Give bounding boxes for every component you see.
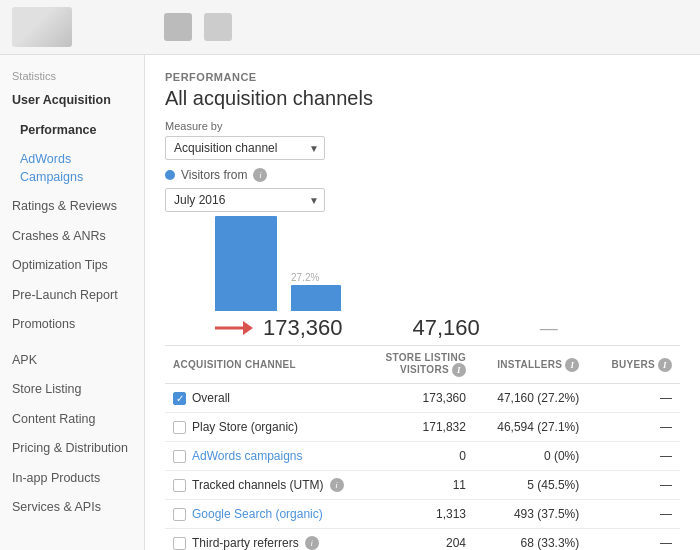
measure-select-wrapper[interactable]: Acquisition channel Country Language ▼ xyxy=(165,136,325,160)
sidebar-item-optimization[interactable]: Optimization Tips xyxy=(0,251,144,281)
measure-by-label: Measure by xyxy=(165,120,680,132)
performance-label: Performance xyxy=(20,122,96,140)
sidebar-item-promotions[interactable]: Promotions xyxy=(0,310,144,340)
header-icon-2 xyxy=(204,13,232,41)
chart-bar-2 xyxy=(291,285,341,311)
installers-cell: 46,594 (27.1%) xyxy=(474,413,587,442)
metric-val-1: 173,360 xyxy=(263,315,343,341)
sidebar: Statistics User Acquisition Performance … xyxy=(0,55,145,550)
visitors-cell: 11 xyxy=(361,471,474,500)
row-checkbox[interactable] xyxy=(173,537,186,550)
channel-info-icon: i xyxy=(305,536,319,550)
chart-bar-1 xyxy=(215,216,277,311)
col-header-buyers: BUYERS i xyxy=(587,346,680,384)
visitors-cell: 1,313 xyxy=(361,500,474,529)
col-installers-info: i xyxy=(565,358,579,372)
buyers-cell: — xyxy=(587,529,680,551)
measure-select[interactable]: Acquisition channel Country Language xyxy=(165,136,325,160)
date-select[interactable]: July 2016 June 2016 May 2016 xyxy=(165,188,325,212)
channel-name: Play Store (organic) xyxy=(192,420,298,434)
row-checkbox[interactable] xyxy=(173,421,186,434)
row-checkbox[interactable] xyxy=(173,508,186,521)
table-row: Tracked channels (UTM)i115 (45.5%)— xyxy=(165,471,680,500)
data-table: ACQUISITION CHANNEL STORE LISTINGVISITOR… xyxy=(165,345,680,550)
channel-link[interactable]: Google Search (organic) xyxy=(192,507,323,521)
col-visitors-info: i xyxy=(452,363,466,377)
main-content: Statistics User Acquisition Performance … xyxy=(0,55,700,550)
sidebar-item-pricing[interactable]: Pricing & Distribution xyxy=(0,434,144,464)
channel-name: Third-party referrers xyxy=(192,536,299,550)
installers-cell: 47,160 (27.2%) xyxy=(474,384,587,413)
svg-marker-1 xyxy=(243,321,253,335)
installers-cell: 5 (45.5%) xyxy=(474,471,587,500)
page-title: All acquisition channels xyxy=(165,87,680,110)
col-header-installers: INSTALLERS i xyxy=(474,346,587,384)
channel-cell: Tracked channels (UTM)i xyxy=(165,471,361,499)
sidebar-item-prelaunch[interactable]: Pre-Launch Report xyxy=(0,281,144,311)
installers-cell: 493 (37.5%) xyxy=(474,500,587,529)
sidebar-item-ratings[interactable]: Ratings & Reviews xyxy=(0,192,144,222)
table-row: AdWords campaigns00 (0%)— xyxy=(165,442,680,471)
section-title: PERFORMANCE xyxy=(165,71,680,83)
buyers-cell: — xyxy=(587,500,680,529)
sidebar-item-statistics: Statistics xyxy=(0,63,144,86)
visitors-cell: 204 xyxy=(361,529,474,551)
visitors-dot xyxy=(165,170,175,180)
visitors-label: Visitors from xyxy=(181,168,247,182)
channel-cell: Third-party referrersi xyxy=(165,529,361,550)
table-row: Third-party referrersi20468 (33.3%)— xyxy=(165,529,680,551)
channel-cell: AdWords campaigns xyxy=(165,442,361,470)
visitors-cell: 171,832 xyxy=(361,413,474,442)
installers-cell: 0 (0%) xyxy=(474,442,587,471)
metric-val-3: — xyxy=(540,318,558,339)
sidebar-item-crashes[interactable]: Crashes & ANRs xyxy=(0,222,144,252)
buyers-cell: — xyxy=(587,384,680,413)
red-arrow-icon xyxy=(215,317,253,339)
metric-val-2: 47,160 xyxy=(413,315,480,341)
sidebar-item-inapp[interactable]: In-app Products xyxy=(0,464,144,494)
row-checkbox[interactable] xyxy=(173,479,186,492)
top-header xyxy=(0,0,700,55)
buyers-cell: — xyxy=(587,442,680,471)
sidebar-item-store-listing[interactable]: Store Listing xyxy=(0,375,144,405)
channel-name: Tracked channels (UTM) xyxy=(192,478,324,492)
table-row: Google Search (organic)1,313493 (37.5%)— xyxy=(165,500,680,529)
sidebar-item-performance[interactable]: Performance xyxy=(0,116,144,146)
col-header-visitors: STORE LISTINGVISITORS i xyxy=(361,346,474,384)
table-row: ✓Overall173,36047,160 (27.2%)— xyxy=(165,384,680,413)
sidebar-item-adwords[interactable]: AdWords Campaigns xyxy=(0,145,144,192)
sidebar-item-services[interactable]: Services & APIs xyxy=(0,493,144,523)
logo xyxy=(12,7,72,47)
visitors-cell: 173,360 xyxy=(361,384,474,413)
channel-cell: Play Store (organic) xyxy=(165,413,361,441)
header-icon-1 xyxy=(164,13,192,41)
buyers-cell: — xyxy=(587,471,680,500)
row-checkbox[interactable]: ✓ xyxy=(173,392,186,405)
col-header-channel: ACQUISITION CHANNEL xyxy=(165,346,361,384)
channel-cell: ✓Overall xyxy=(165,384,361,412)
sidebar-item-user-acquisition[interactable]: User Acquisition xyxy=(0,86,144,116)
row-checkbox[interactable] xyxy=(173,450,186,463)
col-buyers-info: i xyxy=(658,358,672,372)
date-select-wrapper[interactable]: July 2016 June 2016 May 2016 ▼ xyxy=(165,188,325,212)
main-panel: PERFORMANCE All acquisition channels Mea… xyxy=(145,55,700,550)
visitors-info-icon: i xyxy=(253,168,267,182)
installers-cell: 68 (33.3%) xyxy=(474,529,587,551)
chart-pct-label: 27.2% xyxy=(291,272,319,283)
visitors-cell: 0 xyxy=(361,442,474,471)
buyers-cell: — xyxy=(587,413,680,442)
channel-name: Overall xyxy=(192,391,230,405)
channel-link[interactable]: AdWords campaigns xyxy=(192,449,303,463)
table-row: Play Store (organic)171,83246,594 (27.1%… xyxy=(165,413,680,442)
channel-cell: Google Search (organic) xyxy=(165,500,361,528)
channel-info-icon: i xyxy=(330,478,344,492)
sidebar-item-content-rating[interactable]: Content Rating xyxy=(0,405,144,435)
visitors-row: Visitors from i xyxy=(165,168,680,182)
sidebar-item-apk[interactable]: APK xyxy=(0,346,144,376)
